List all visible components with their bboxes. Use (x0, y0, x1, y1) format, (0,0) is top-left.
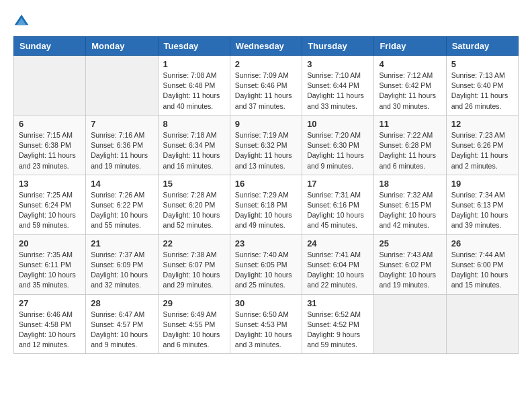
calendar-cell: 28Sunrise: 6:47 AM Sunset: 4:57 PM Dayli… (86, 294, 158, 354)
day-info: Sunrise: 7:37 AM Sunset: 6:09 PM Dayligh… (91, 250, 152, 291)
calendar-cell (14, 56, 86, 116)
calendar-cell: 26Sunrise: 7:44 AM Sunset: 6:00 PM Dayli… (446, 234, 518, 294)
calendar-cell: 3Sunrise: 7:10 AM Sunset: 6:44 PM Daylig… (302, 56, 374, 116)
day-number: 8 (163, 119, 225, 129)
day-info: Sunrise: 7:19 AM Sunset: 6:32 PM Dayligh… (235, 130, 297, 171)
day-info: Sunrise: 7:38 AM Sunset: 6:07 PM Dayligh… (163, 250, 225, 291)
day-number: 9 (235, 119, 297, 129)
calendar-cell: 20Sunrise: 7:35 AM Sunset: 6:11 PM Dayli… (14, 234, 86, 294)
day-number: 29 (163, 298, 225, 308)
calendar-cell: 13Sunrise: 7:25 AM Sunset: 6:24 PM Dayli… (14, 175, 86, 234)
day-info: Sunrise: 7:18 AM Sunset: 6:34 PM Dayligh… (163, 130, 225, 171)
day-number: 18 (379, 179, 441, 189)
day-info: Sunrise: 7:10 AM Sunset: 6:44 PM Dayligh… (307, 71, 369, 111)
day-number: 7 (91, 119, 152, 129)
calendar-cell: 7Sunrise: 7:16 AM Sunset: 6:36 PM Daylig… (86, 115, 158, 175)
calendar-cell: 14Sunrise: 7:26 AM Sunset: 6:22 PM Dayli… (86, 175, 158, 234)
day-number: 14 (91, 179, 152, 189)
calendar-cell (374, 294, 446, 354)
weekday-header: Monday (86, 37, 158, 56)
calendar-cell (446, 294, 518, 354)
day-info: Sunrise: 7:35 AM Sunset: 6:11 PM Dayligh… (19, 250, 81, 291)
weekday-header: Saturday (446, 37, 518, 56)
day-number: 26 (451, 238, 513, 248)
day-info: Sunrise: 7:29 AM Sunset: 6:18 PM Dayligh… (235, 190, 297, 231)
day-info: Sunrise: 7:09 AM Sunset: 6:46 PM Dayligh… (235, 71, 297, 111)
day-info: Sunrise: 6:46 AM Sunset: 4:58 PM Dayligh… (19, 310, 81, 351)
calendar-cell: 31Sunrise: 6:52 AM Sunset: 4:52 PM Dayli… (302, 294, 374, 354)
day-number: 10 (307, 119, 369, 129)
day-number: 25 (379, 238, 441, 248)
calendar-cell: 29Sunrise: 6:49 AM Sunset: 4:55 PM Dayli… (158, 294, 230, 354)
calendar-cell: 2Sunrise: 7:09 AM Sunset: 6:46 PM Daylig… (230, 56, 302, 116)
day-number: 28 (91, 298, 152, 308)
day-info: Sunrise: 7:28 AM Sunset: 6:20 PM Dayligh… (163, 190, 225, 231)
calendar-cell: 12Sunrise: 7:23 AM Sunset: 6:26 PM Dayli… (446, 115, 518, 175)
calendar-cell: 1Sunrise: 7:08 AM Sunset: 6:48 PM Daylig… (158, 56, 230, 116)
calendar-cell: 21Sunrise: 7:37 AM Sunset: 6:09 PM Dayli… (86, 234, 158, 294)
day-info: Sunrise: 7:12 AM Sunset: 6:42 PM Dayligh… (379, 71, 441, 111)
calendar-cell: 9Sunrise: 7:19 AM Sunset: 6:32 PM Daylig… (230, 115, 302, 175)
calendar-cell: 5Sunrise: 7:13 AM Sunset: 6:40 PM Daylig… (446, 56, 518, 116)
calendar-cell: 10Sunrise: 7:20 AM Sunset: 6:30 PM Dayli… (302, 115, 374, 175)
day-number: 3 (307, 59, 369, 69)
calendar-table: SundayMondayTuesdayWednesdayThursdayFrid… (13, 36, 519, 354)
day-number: 19 (451, 179, 513, 189)
day-number: 2 (235, 59, 297, 69)
day-number: 31 (307, 298, 369, 308)
day-number: 12 (451, 119, 513, 129)
day-number: 23 (235, 238, 297, 248)
day-info: Sunrise: 7:15 AM Sunset: 6:38 PM Dayligh… (19, 130, 81, 171)
calendar-cell: 24Sunrise: 7:41 AM Sunset: 6:04 PM Dayli… (302, 234, 374, 294)
day-number: 5 (451, 59, 513, 69)
calendar-cell: 17Sunrise: 7:31 AM Sunset: 6:16 PM Dayli… (302, 175, 374, 234)
day-number: 21 (91, 238, 152, 248)
day-info: Sunrise: 7:22 AM Sunset: 6:28 PM Dayligh… (379, 130, 441, 171)
day-number: 30 (235, 298, 297, 308)
day-info: Sunrise: 7:16 AM Sunset: 6:36 PM Dayligh… (91, 130, 152, 171)
calendar-cell: 6Sunrise: 7:15 AM Sunset: 6:38 PM Daylig… (14, 115, 86, 175)
calendar-cell (86, 56, 158, 116)
weekday-header: Wednesday (230, 37, 302, 56)
day-info: Sunrise: 7:26 AM Sunset: 6:22 PM Dayligh… (91, 190, 152, 231)
day-info: Sunrise: 6:49 AM Sunset: 4:55 PM Dayligh… (163, 310, 225, 351)
day-number: 16 (235, 179, 297, 189)
logo-icon (13, 13, 30, 30)
day-info: Sunrise: 7:23 AM Sunset: 6:26 PM Dayligh… (451, 130, 513, 171)
day-number: 20 (19, 238, 81, 248)
day-info: Sunrise: 7:41 AM Sunset: 6:04 PM Dayligh… (307, 250, 369, 291)
day-number: 27 (19, 298, 81, 308)
day-number: 4 (379, 59, 441, 69)
day-number: 11 (379, 119, 441, 129)
day-info: Sunrise: 7:44 AM Sunset: 6:00 PM Dayligh… (451, 250, 513, 291)
day-info: Sunrise: 7:08 AM Sunset: 6:48 PM Dayligh… (163, 71, 225, 111)
day-info: Sunrise: 6:52 AM Sunset: 4:52 PM Dayligh… (307, 310, 369, 351)
day-info: Sunrise: 7:40 AM Sunset: 6:05 PM Dayligh… (235, 250, 297, 291)
page-header (13, 13, 519, 30)
calendar-cell: 22Sunrise: 7:38 AM Sunset: 6:07 PM Dayli… (158, 234, 230, 294)
calendar-cell: 11Sunrise: 7:22 AM Sunset: 6:28 PM Dayli… (374, 115, 446, 175)
day-number: 6 (19, 119, 81, 129)
calendar-cell: 15Sunrise: 7:28 AM Sunset: 6:20 PM Dayli… (158, 175, 230, 234)
calendar-cell: 30Sunrise: 6:50 AM Sunset: 4:53 PM Dayli… (230, 294, 302, 354)
day-number: 22 (163, 238, 225, 248)
weekday-header: Thursday (302, 37, 374, 56)
day-number: 13 (19, 179, 81, 189)
weekday-header: Tuesday (158, 37, 230, 56)
day-info: Sunrise: 7:43 AM Sunset: 6:02 PM Dayligh… (379, 250, 441, 291)
logo (13, 13, 32, 30)
calendar-cell: 19Sunrise: 7:34 AM Sunset: 6:13 PM Dayli… (446, 175, 518, 234)
day-info: Sunrise: 7:25 AM Sunset: 6:24 PM Dayligh… (19, 190, 81, 231)
calendar-cell: 16Sunrise: 7:29 AM Sunset: 6:18 PM Dayli… (230, 175, 302, 234)
day-info: Sunrise: 7:32 AM Sunset: 6:15 PM Dayligh… (379, 190, 441, 231)
day-number: 15 (163, 179, 225, 189)
calendar-cell: 4Sunrise: 7:12 AM Sunset: 6:42 PM Daylig… (374, 56, 446, 116)
day-info: Sunrise: 7:34 AM Sunset: 6:13 PM Dayligh… (451, 190, 513, 231)
weekday-header: Friday (374, 37, 446, 56)
day-info: Sunrise: 6:50 AM Sunset: 4:53 PM Dayligh… (235, 310, 297, 351)
calendar-cell: 8Sunrise: 7:18 AM Sunset: 6:34 PM Daylig… (158, 115, 230, 175)
day-info: Sunrise: 6:47 AM Sunset: 4:57 PM Dayligh… (91, 310, 152, 351)
weekday-header: Sunday (14, 37, 86, 56)
calendar-cell: 25Sunrise: 7:43 AM Sunset: 6:02 PM Dayli… (374, 234, 446, 294)
day-number: 17 (307, 179, 369, 189)
